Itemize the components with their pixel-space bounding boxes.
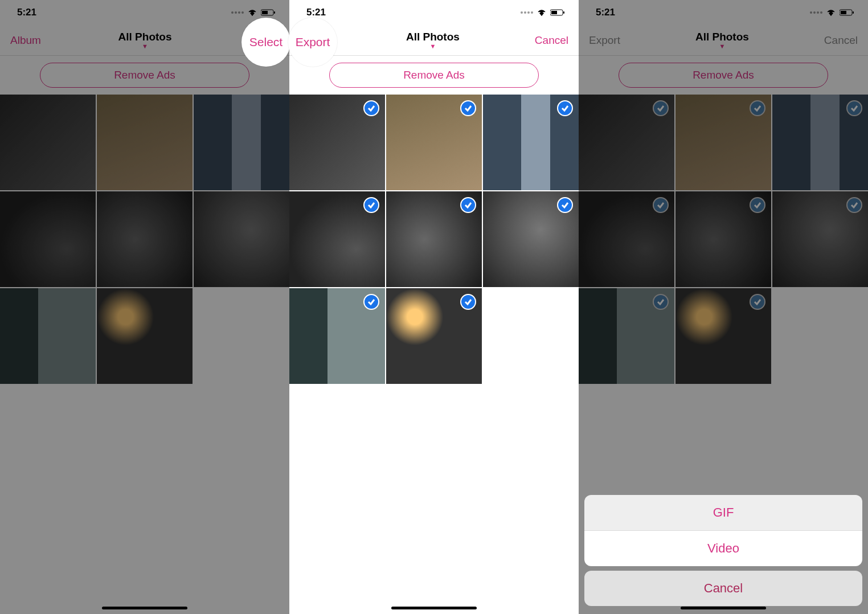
checkmark-icon [460,294,476,310]
checkmark-icon [363,197,379,213]
screen-3-action-sheet: 5:21 Export All Photos ▼ Cancel Remove A… [579,0,868,614]
battery-icon [840,9,854,16]
chevron-down-icon: ▼ [406,43,460,50]
checkmark-icon [460,197,476,213]
checkmark-icon [750,294,765,310]
svg-rect-8 [853,11,854,14]
photo-thumbnail[interactable] [386,95,482,190]
svg-rect-5 [563,11,564,14]
checkmark-icon [460,100,476,116]
photo-thumbnail[interactable] [386,191,482,287]
photo-thumbnail[interactable] [289,191,385,287]
remove-ads-row: Remove Ads [0,56,289,95]
photo-thumbnail[interactable] [97,288,193,384]
checkmark-icon [653,294,669,310]
status-time: 5:21 [596,7,615,18]
photo-thumbnail[interactable] [675,288,771,384]
cancel-button[interactable]: Cancel [824,34,858,47]
photo-thumbnail[interactable] [483,191,579,287]
status-right [810,9,854,17]
remove-ads-row: Remove Ads [289,56,579,95]
photo-thumbnail[interactable] [483,95,579,190]
status-right [521,9,565,17]
checkmark-icon [846,197,862,213]
photo-thumbnail[interactable] [97,191,193,287]
sheet-cancel-button[interactable]: Cancel [584,571,862,606]
page-title: All Photos [406,31,460,43]
cellular-dots-icon [810,11,822,14]
svg-rect-1 [262,11,268,14]
checkmark-icon [363,294,379,310]
checkmark-icon [653,197,669,213]
svg-rect-7 [841,11,846,14]
page-title: All Photos [695,31,749,43]
photo-thumbnail[interactable] [0,191,96,287]
screen-1-select: 5:21 Album All Photos ▼ Select Remove Ad… [0,0,289,614]
remove-ads-button[interactable]: Remove Ads [40,63,249,88]
header-title-group[interactable]: All Photos ▼ [406,31,460,50]
video-option[interactable]: Video [584,531,862,566]
checkmark-icon [750,197,765,213]
remove-ads-button[interactable]: Remove Ads [329,63,539,88]
chevron-down-icon: ▼ [695,43,749,50]
status-bar: 5:21 [289,0,579,25]
gif-option[interactable]: GIF [584,495,862,531]
photo-thumbnail[interactable] [386,288,482,384]
checkmark-icon [557,197,573,213]
album-button[interactable]: Album [10,34,41,47]
photo-thumbnail[interactable] [772,95,868,190]
photo-thumbnail[interactable] [675,191,771,287]
wifi-icon [247,9,257,17]
action-sheet: GIF Video Cancel [584,495,862,606]
photo-thumbnail[interactable] [194,191,289,287]
status-right [231,9,276,17]
home-indicator[interactable] [681,607,766,609]
header-title-group[interactable]: All Photos ▼ [118,31,172,50]
checkmark-icon [557,100,573,116]
status-bar: 5:21 [579,0,868,25]
photo-grid[interactable] [289,95,579,384]
cellular-dots-icon [231,11,244,14]
page-title: All Photos [118,31,172,43]
callout-label: Select [249,35,282,49]
checkmark-icon [363,100,379,116]
remove-ads-button[interactable]: Remove Ads [619,63,828,88]
photo-thumbnail[interactable] [0,95,96,190]
home-indicator[interactable] [102,607,187,609]
status-bar: 5:21 [0,0,289,25]
home-indicator[interactable] [391,607,477,609]
photo-thumbnail[interactable] [579,95,674,190]
photo-grid[interactable] [0,95,289,384]
photo-thumbnail[interactable] [675,95,771,190]
cellular-dots-icon [521,11,533,14]
photo-grid[interactable] [579,95,868,384]
chevron-down-icon: ▼ [118,43,172,50]
battery-icon [550,9,565,16]
status-time: 5:21 [17,7,36,18]
export-callout: Export [288,18,337,67]
photo-thumbnail[interactable] [289,95,385,190]
cancel-button[interactable]: Cancel [535,34,568,47]
remove-ads-row: Remove Ads [579,56,868,95]
battery-icon [261,9,276,16]
photo-thumbnail[interactable] [97,95,193,190]
checkmark-icon [653,100,669,116]
photo-thumbnail[interactable] [579,191,674,287]
photo-thumbnail[interactable] [194,95,289,190]
photo-thumbnail[interactable] [289,288,385,384]
wifi-icon [537,9,547,17]
header-title-group[interactable]: All Photos ▼ [695,31,749,50]
svg-rect-2 [274,11,275,14]
callout-label: Export [296,35,330,49]
header: Export All Photos ▼ Cancel [579,25,868,56]
export-button[interactable]: Export [589,34,620,47]
status-time: 5:21 [306,7,326,18]
checkmark-icon [750,100,765,116]
photo-thumbnail[interactable] [0,288,96,384]
wifi-icon [826,9,836,17]
svg-rect-4 [551,11,557,14]
checkmark-icon [846,100,862,116]
screen-2-export: 5:21 Export All Photos ▼ Cancel Remove A… [289,0,579,614]
photo-thumbnail[interactable] [772,191,868,287]
photo-thumbnail[interactable] [579,288,674,384]
